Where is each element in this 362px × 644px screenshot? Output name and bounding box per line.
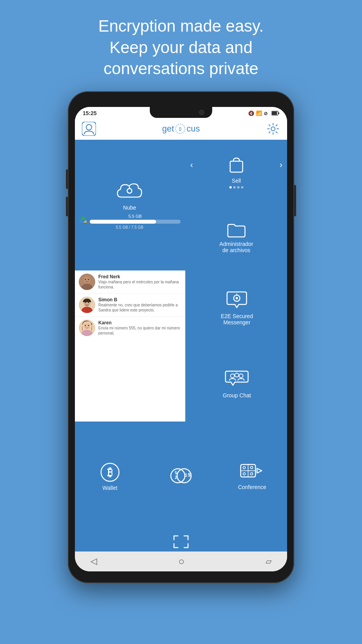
svg-point-33 — [231, 374, 234, 378]
svg-point-10 — [271, 127, 275, 131]
progress-bar-wrap — [90, 220, 181, 224]
storage-sub: 5.5 GB / 7.5 GB — [116, 225, 144, 229]
top-nav: get ₿ cus — [75, 118, 287, 140]
svg-point-50 — [250, 473, 253, 475]
wallet-cell[interactable]: ₿ Wallet — [75, 423, 145, 531]
svg-point-32 — [236, 297, 238, 299]
notch — [150, 107, 212, 118]
svg-text:5: 5 — [175, 470, 177, 475]
cloud-icon — [116, 181, 143, 202]
shop-nav: ‹ › — [186, 155, 287, 175]
svg-marker-14 — [83, 220, 87, 222]
svg-point-11 — [127, 189, 132, 193]
svg-rect-15 — [230, 161, 243, 172]
main-grid: Nube 5.5 GB — [75, 140, 287, 551]
storage-used: 5.5 GB — [90, 214, 181, 219]
folder-icon — [226, 221, 247, 238]
shop-next-icon[interactable]: › — [280, 160, 282, 170]
e2e-label: E2E Secured Messenger — [221, 313, 253, 326]
files-label: Administrador de archivos — [220, 241, 253, 253]
svg-point-19 — [85, 279, 86, 280]
e2e-icon — [225, 290, 248, 311]
e2e-cell[interactable]: E2E Secured Messenger — [186, 270, 287, 345]
svg-point-38 — [171, 469, 185, 483]
simon-msg: Realmente no, creo que deberíamos pedirl… — [98, 302, 181, 313]
svg-point-17 — [83, 276, 90, 283]
svg-text:₿: ₿ — [179, 126, 182, 132]
camera-dot — [199, 110, 204, 115]
svg-text:1: 1 — [185, 473, 187, 477]
svg-point-34 — [235, 373, 239, 377]
row-bottom: ₿ Wallet 5 2 1 $ — [75, 423, 287, 531]
karen-name: Karen — [98, 320, 181, 326]
svg-point-7 — [86, 125, 92, 130]
app-logo: get ₿ cus — [162, 123, 200, 134]
files-cell[interactable]: Administrador de archivos — [186, 205, 287, 269]
shop-cell[interactable]: ‹ › Sell — [186, 140, 287, 204]
col-right-messenger: E2E Secured Messenger G — [186, 270, 287, 422]
contact-fred[interactable]: Fred Nerk Viajo mañana pero el miércoles… — [75, 270, 185, 294]
phone-btn-right — [294, 185, 296, 216]
karen-info: Karen Envía mi número 555, no quiero dar… — [98, 320, 181, 336]
dnd-icon: ⊘ — [264, 110, 270, 116]
fred-msg: Viajo mañana pero el miércoles por la ma… — [98, 279, 181, 290]
bottom-bar: ◁ ○ ▱ — [75, 551, 287, 571]
fred-name: Fred Nerk — [98, 274, 181, 279]
storage-row: 5.5 GB — [79, 214, 181, 224]
scan-icon — [172, 534, 190, 549]
svg-text:📶: 📶 — [256, 110, 262, 116]
storage-info: 5.5 GB — [90, 214, 181, 224]
profile-icon[interactable] — [82, 122, 96, 136]
status-icons: 🔇 📶 ⊘ — [248, 110, 279, 116]
progress-bar-fill — [90, 220, 156, 224]
group-chat-label: Group Chat — [223, 392, 251, 398]
coins-icon: 5 2 1 $ — [169, 466, 193, 487]
fred-avatar — [79, 274, 95, 290]
mute-icon: 🔇 — [248, 110, 254, 116]
contact-simon[interactable]: Simon B Realmente no, creo que deberíamo… — [75, 294, 185, 317]
svg-point-27 — [83, 322, 90, 329]
karen-avatar — [79, 320, 95, 336]
logo-get: get — [162, 124, 174, 134]
svg-marker-13 — [79, 220, 83, 222]
phone-screen: 15:25 🔇 📶 ⊘ get — [75, 107, 287, 571]
svg-text:₿: ₿ — [107, 466, 113, 479]
settings-icon[interactable] — [266, 122, 280, 136]
svg-point-29 — [85, 325, 86, 326]
simon-avatar-svg — [79, 297, 95, 313]
svg-marker-12 — [80, 215, 86, 220]
karen-msg: Envía mi número 555, no quiero dar mi nú… — [98, 326, 181, 336]
scan-bar[interactable] — [75, 532, 287, 551]
conference-cell[interactable]: Conference — [217, 423, 287, 531]
home-button[interactable]: ○ — [178, 555, 185, 568]
svg-text:⊘: ⊘ — [264, 111, 268, 116]
nube-cell[interactable]: Nube 5.5 GB — [75, 140, 185, 269]
bitcoin-icon: ₿ — [100, 462, 120, 482]
recent-button[interactable]: ▱ — [266, 557, 272, 566]
back-button[interactable]: ◁ — [90, 556, 97, 566]
dot-3 — [237, 186, 240, 189]
simon-info: Simon B Realmente no, creo que deberíamo… — [98, 297, 181, 313]
row-top: Nube 5.5 GB — [75, 140, 287, 269]
svg-point-35 — [239, 374, 243, 378]
dot-1 — [229, 186, 232, 189]
svg-point-30 — [88, 325, 89, 326]
shop-prev-icon[interactable]: ‹ — [190, 160, 193, 170]
group-chat-icon — [225, 370, 249, 390]
karen-avatar-svg — [79, 320, 95, 336]
svg-point-25 — [88, 302, 89, 303]
group-chat-cell[interactable]: Group Chat — [186, 347, 287, 422]
shop-label: Sell — [232, 178, 241, 184]
contact-karen[interactable]: Karen Envía mi número 555, no quiero dar… — [75, 317, 185, 339]
status-time: 15:25 — [83, 110, 97, 116]
shop-bag-icon — [227, 155, 246, 175]
simon-avatar — [79, 297, 95, 313]
fred-info: Fred Nerk Viajo mañana pero el miércoles… — [98, 274, 181, 290]
contacts-cell: Fred Nerk Viajo mañana pero el miércoles… — [75, 270, 185, 422]
coins-cell[interactable]: 5 2 1 $ — [146, 423, 216, 531]
phone-btn-left2 — [66, 197, 68, 216]
svg-text:$: $ — [188, 472, 191, 478]
hero-text: Encryption made easy. Keep your data and… — [67, 0, 295, 91]
svg-point-48 — [250, 466, 253, 469]
phone-btn-left1 — [66, 169, 68, 189]
